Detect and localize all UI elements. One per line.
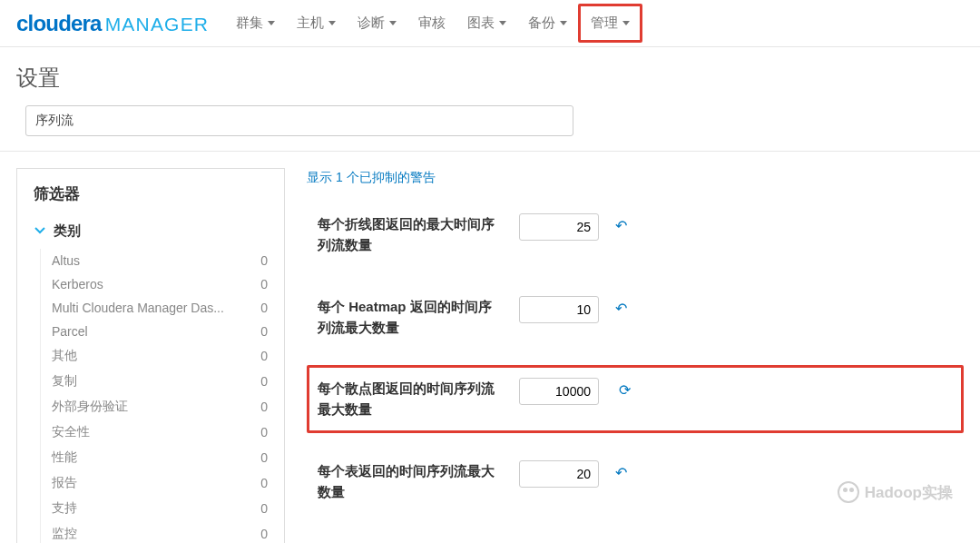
category-row[interactable]: 支持0 [52, 496, 268, 521]
nav-label: 图表 [467, 15, 495, 32]
category-count: 0 [260, 400, 268, 414]
category-count: 0 [260, 476, 268, 490]
category-row[interactable]: 性能0 [52, 445, 268, 470]
category-count: 0 [260, 374, 268, 389]
nav-label: 备份 [528, 15, 555, 32]
nav-item-diagnostics[interactable]: 诊断 [347, 2, 407, 44]
revert-icon[interactable]: ↶ [615, 296, 627, 317]
caret-down-icon [328, 21, 336, 25]
revert-icon[interactable]: ↶ [615, 460, 627, 481]
suppressed-warning-link[interactable]: 显示 1 个已抑制的警告 [307, 170, 436, 186]
setting-row-heatmap: 每个 Heatmap 返回的时间序列流最大数量 ↶ [307, 283, 964, 351]
category-list: Altus0 Kerberos0 Multi Cloudera Manager … [40, 249, 268, 543]
nav-item-admin[interactable]: 管理 [578, 4, 642, 43]
category-row[interactable]: 报告0 [52, 470, 268, 496]
category-row[interactable]: Kerberos0 [52, 272, 268, 296]
category-label: 监控 [52, 526, 77, 542]
category-count: 0 [260, 527, 268, 541]
category-label: 复制 [52, 373, 77, 390]
category-label: 外部身份验证 [52, 399, 128, 415]
caret-down-icon [268, 21, 275, 25]
page-title: 设置 [0, 47, 980, 105]
watermark: Hadoop实操 [838, 481, 953, 503]
category-count: 0 [260, 324, 268, 339]
setting-input-heatmap[interactable] [519, 296, 599, 323]
category-row[interactable]: Multi Cloudera Manager Das...0 [52, 296, 268, 320]
setting-input-scatter[interactable] [519, 378, 599, 405]
category-row[interactable]: 监控0 [52, 521, 268, 543]
setting-input-table[interactable] [519, 460, 599, 488]
caret-down-icon [622, 21, 630, 25]
category-count: 0 [260, 301, 268, 315]
nav-item-backup[interactable]: 备份 [517, 2, 578, 44]
nav-item-cluster[interactable]: 群集 [225, 2, 286, 44]
wechat-icon [838, 481, 859, 503]
category-count: 0 [260, 277, 268, 291]
nav-items: 群集 主机 诊断 审核 图表 备份 管理 [225, 2, 642, 44]
watermark-text: Hadoop实操 [865, 482, 953, 503]
category-count: 0 [260, 349, 268, 363]
nav-item-audit[interactable]: 审核 [407, 2, 456, 44]
category-label: 其他 [52, 348, 77, 364]
search-wrap [0, 105, 980, 152]
brand-cloudera: cloudera [16, 11, 102, 36]
nav-item-hosts[interactable]: 主机 [286, 2, 347, 44]
top-nav: cloudera MANAGER 群集 主机 诊断 审核 图表 备份 管理 [0, 0, 980, 47]
setting-row-line-chart: 每个折线图返回的最大时间序列流数量 ↶ [307, 201, 964, 269]
revert-icon[interactable]: ⟳ [619, 378, 631, 399]
setting-label: 每个折线图返回的最大时间序列流数量 [318, 213, 503, 256]
caret-down-icon [560, 21, 567, 25]
setting-row-scatter: 每个散点图返回的时间序列流最大数量 ⟳ [307, 365, 964, 433]
filter-section-header[interactable]: 类别 [34, 222, 268, 240]
category-row[interactable]: 其他0 [52, 343, 268, 369]
category-label: 安全性 [52, 424, 90, 440]
category-count: 0 [260, 425, 268, 439]
category-label: Kerberos [52, 277, 103, 291]
category-label: Parcel [52, 324, 88, 339]
category-label: Multi Cloudera Manager Das... [52, 301, 224, 315]
setting-label: 每个 Heatmap 返回的时间序列流最大数量 [318, 296, 503, 339]
revert-icon[interactable]: ↶ [615, 213, 627, 234]
brand[interactable]: cloudera MANAGER [16, 11, 209, 36]
category-count: 0 [260, 450, 268, 465]
category-row[interactable]: Altus0 [52, 249, 268, 272]
nav-label: 主机 [297, 15, 324, 32]
nav-label: 审核 [418, 15, 446, 32]
nav-label: 管理 [591, 15, 618, 32]
category-count: 0 [260, 253, 268, 268]
caret-down-icon [499, 21, 506, 25]
category-label: 报告 [52, 475, 77, 491]
chevron-down-icon [34, 223, 46, 239]
category-row[interactable]: 复制0 [52, 369, 268, 394]
caret-down-icon [389, 21, 397, 25]
filter-section-label: 类别 [54, 222, 81, 240]
filter-panel: 筛选器 类别 Altus0 Kerberos0 Multi Cloudera M… [16, 168, 285, 543]
category-row[interactable]: 外部身份验证0 [52, 394, 268, 420]
setting-label: 每个表返回的时间序列流最大数量 [318, 460, 503, 503]
content: 筛选器 类别 Altus0 Kerberos0 Multi Cloudera M… [0, 152, 980, 543]
setting-input-line-chart[interactable] [519, 213, 599, 241]
brand-manager: MANAGER [105, 14, 210, 35]
category-row[interactable]: 安全性0 [52, 420, 268, 445]
setting-label: 每个散点图返回的时间序列流最大数量 [318, 378, 503, 420]
category-label: 支持 [52, 500, 77, 517]
search-input[interactable] [25, 105, 573, 136]
nav-label: 群集 [236, 15, 263, 32]
filter-title: 筛选器 [34, 183, 268, 204]
category-label: 性能 [52, 449, 77, 466]
category-row[interactable]: Parcel0 [52, 320, 268, 343]
category-label: Altus [52, 253, 80, 268]
nav-item-charts[interactable]: 图表 [456, 2, 517, 44]
nav-label: 诊断 [358, 15, 385, 32]
category-count: 0 [260, 501, 268, 516]
